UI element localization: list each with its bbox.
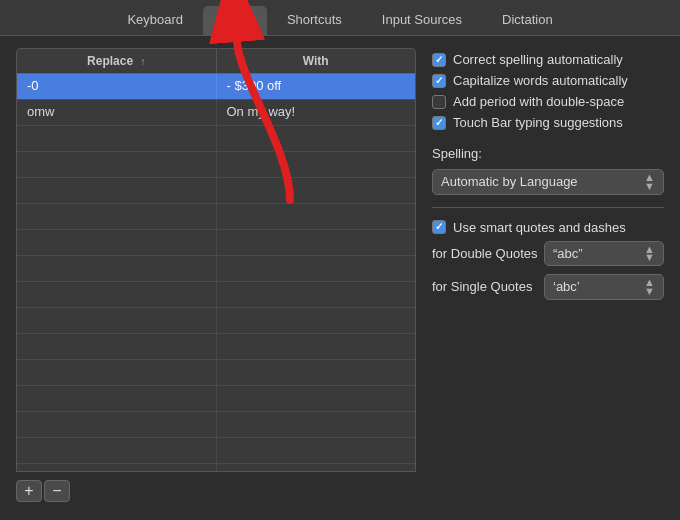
- checkbox-correct-spelling[interactable]: ✓ Correct spelling automatically: [432, 52, 664, 67]
- single-quotes-label: for Single Quotes: [432, 279, 532, 294]
- checkbox-smart-quotes[interactable]: ✓ Use smart quotes and dashes: [432, 220, 664, 235]
- separator: [432, 207, 664, 208]
- sort-arrow-icon: ↑: [140, 56, 145, 67]
- period-label: Add period with double-space: [453, 94, 624, 109]
- checkbox-smart-quotes-box[interactable]: ✓: [432, 220, 446, 234]
- checkbox-touchbar-box[interactable]: ✓: [432, 116, 446, 130]
- dropdown-arrow-icon: ▲▼: [644, 278, 655, 296]
- table-row-empty: [17, 412, 415, 438]
- smart-quotes-label: Use smart quotes and dashes: [453, 220, 626, 235]
- checkbox-correct-spelling-box[interactable]: ✓: [432, 53, 446, 67]
- table-row-empty: [17, 126, 415, 152]
- checkbox-period-box[interactable]: [432, 95, 446, 109]
- double-quotes-dropdown[interactable]: “abc” ▲▼: [544, 241, 664, 267]
- table-header: Replace ↑ With: [16, 48, 416, 74]
- table-row-empty: [17, 204, 415, 230]
- checkbox-capitalize[interactable]: ✓ Capitalize words automatically: [432, 73, 664, 88]
- tab-shortcuts[interactable]: Shortcuts: [267, 6, 362, 35]
- tab-text[interactable]: Text: [203, 6, 267, 35]
- checkmark-icon: ✓: [435, 118, 443, 128]
- table-row-empty: [17, 386, 415, 412]
- with-cell: On my way!: [217, 100, 416, 125]
- table-row-empty: [17, 178, 415, 204]
- table-row-empty: [17, 308, 415, 334]
- dropdown-arrow-icon: ▲▼: [644, 173, 655, 191]
- checkmark-icon: ✓: [435, 76, 443, 86]
- single-quotes-row: for Single Quotes ‘abc’ ▲▼: [432, 274, 664, 300]
- checkbox-period[interactable]: Add period with double-space: [432, 94, 664, 109]
- replace-cell: omw: [17, 100, 217, 125]
- single-quotes-dropdown[interactable]: ‘abc’ ▲▼: [544, 274, 664, 300]
- spelling-section-label: Spelling:: [432, 146, 664, 161]
- checkbox-touchbar[interactable]: ✓ Touch Bar typing suggestions: [432, 115, 664, 130]
- table-row-empty: [17, 282, 415, 308]
- table-row-empty: [17, 334, 415, 360]
- replace-header[interactable]: Replace ↑: [17, 49, 217, 73]
- double-quotes-row: for Double Quotes “abc” ▲▼: [432, 241, 664, 267]
- with-cell: - $300 off: [217, 74, 416, 99]
- spelling-dropdown[interactable]: Automatic by Language ▲▼: [432, 169, 664, 195]
- with-header: With: [217, 49, 416, 73]
- table-body: -0 - $300 off omw On my way!: [16, 74, 416, 472]
- right-panel: ✓ Correct spelling automatically ✓ Capit…: [432, 48, 664, 502]
- dropdown-arrow-icon: ▲▼: [644, 245, 655, 263]
- table-row-empty: [17, 438, 415, 464]
- double-quotes-label: for Double Quotes: [432, 246, 538, 261]
- left-panel: Replace ↑ With -0 - $300 off omw On my w…: [16, 48, 416, 502]
- double-quotes-value: “abc”: [553, 246, 583, 261]
- correct-spelling-label: Correct spelling automatically: [453, 52, 623, 67]
- tab-input-sources[interactable]: Input Sources: [362, 6, 482, 35]
- table-row[interactable]: omw On my way!: [17, 100, 415, 126]
- touchbar-label: Touch Bar typing suggestions: [453, 115, 623, 130]
- table-buttons: + −: [16, 480, 416, 502]
- checkbox-capitalize-box[interactable]: ✓: [432, 74, 446, 88]
- capitalize-label: Capitalize words automatically: [453, 73, 628, 88]
- spelling-dropdown-value: Automatic by Language: [441, 174, 578, 189]
- remove-row-button[interactable]: −: [44, 480, 70, 502]
- table-row-empty: [17, 464, 415, 472]
- table-row-empty: [17, 230, 415, 256]
- checkmark-icon: ✓: [435, 55, 443, 65]
- add-row-button[interactable]: +: [16, 480, 42, 502]
- table-row[interactable]: -0 - $300 off: [17, 74, 415, 100]
- replace-cell: -0: [17, 74, 217, 99]
- table-row-empty: [17, 256, 415, 282]
- tab-dictation[interactable]: Dictation: [482, 6, 573, 35]
- table-row-empty: [17, 152, 415, 178]
- checkmark-icon: ✓: [435, 222, 443, 232]
- tab-bar: Keyboard Text Shortcuts Input Sources Di…: [0, 0, 680, 36]
- single-quotes-value: ‘abc’: [553, 279, 580, 294]
- table-row-empty: [17, 360, 415, 386]
- main-content: Replace ↑ With -0 - $300 off omw On my w…: [0, 36, 680, 514]
- tab-keyboard[interactable]: Keyboard: [107, 6, 203, 35]
